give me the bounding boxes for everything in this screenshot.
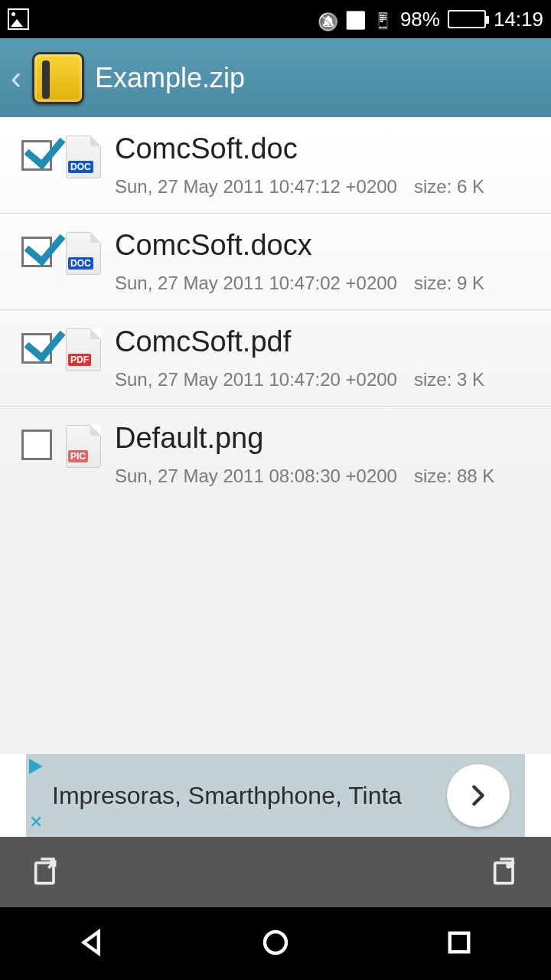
adchoices-icon[interactable] bbox=[29, 759, 44, 774]
chevron-right-icon bbox=[465, 782, 491, 808]
file-name: ComcSoft.doc bbox=[115, 132, 536, 165]
clock: 14:19 bbox=[494, 8, 543, 31]
nav-bar bbox=[0, 907, 551, 980]
nav-back-button[interactable] bbox=[76, 926, 108, 962]
file-badge: PIC bbox=[68, 450, 88, 462]
ad-banner[interactable]: ✕ Impresoras, Smarthphone, Tinta bbox=[26, 754, 525, 837]
square-recents-icon bbox=[443, 926, 475, 959]
screenshot-notification-icon bbox=[8, 8, 29, 30]
add-button[interactable] bbox=[490, 855, 520, 889]
file-row[interactable]: PDF ComcSoft.pdf Sun, 27 May 2011 10:47:… bbox=[0, 309, 551, 406]
mute-icon bbox=[318, 9, 337, 29]
file-date: Sun, 27 May 2011 08:08:30 +0200 bbox=[115, 466, 397, 487]
circle-home-icon bbox=[259, 926, 292, 959]
nav-recents-button[interactable] bbox=[443, 926, 475, 962]
extract-icon bbox=[31, 855, 61, 886]
status-bar: 98% 14:19 bbox=[0, 0, 551, 38]
ad-cta-button[interactable] bbox=[447, 764, 510, 827]
file-row[interactable]: DOC ComcSoft.doc Sun, 27 May 2011 10:47:… bbox=[0, 117, 551, 213]
checkbox[interactable] bbox=[21, 237, 52, 267]
triangle-back-icon bbox=[76, 926, 108, 959]
checkbox[interactable] bbox=[21, 140, 52, 171]
checkbox[interactable] bbox=[21, 430, 52, 460]
file-size: size: 3 K bbox=[414, 369, 484, 390]
app-icon[interactable] bbox=[32, 52, 84, 104]
file-list: DOC ComcSoft.doc Sun, 27 May 2011 10:47:… bbox=[0, 117, 551, 754]
ad-text: Impresoras, Smarthphone, Tinta bbox=[52, 782, 447, 810]
back-button[interactable]: ‹ bbox=[11, 60, 21, 96]
file-type-icon: DOC bbox=[66, 136, 101, 178]
app-title: Example.zip bbox=[95, 62, 245, 94]
file-badge: PDF bbox=[68, 354, 91, 366]
add-to-archive-icon bbox=[490, 855, 520, 886]
file-date: Sun, 27 May 2011 10:47:20 +0200 bbox=[115, 369, 397, 390]
svg-point-2 bbox=[265, 932, 286, 953]
battery-icon bbox=[448, 10, 486, 28]
file-name: Default.png bbox=[115, 422, 536, 455]
file-size: size: 9 K bbox=[414, 273, 484, 294]
file-row[interactable]: PIC Default.png Sun, 27 May 2011 08:08:3… bbox=[0, 406, 551, 502]
app-bar: ‹ Example.zip bbox=[0, 38, 551, 117]
file-type-icon: DOC bbox=[66, 232, 101, 275]
wifi-icon bbox=[345, 8, 366, 31]
ad-marker: ✕ bbox=[26, 754, 47, 837]
battery-percent: 98% bbox=[400, 8, 440, 31]
file-name: ComcSoft.docx bbox=[115, 229, 536, 262]
checkbox[interactable] bbox=[21, 333, 52, 364]
extract-button[interactable] bbox=[31, 855, 61, 889]
sim-icon bbox=[373, 8, 393, 31]
file-row[interactable]: DOC ComcSoft.docx Sun, 27 May 2011 10:47… bbox=[0, 213, 551, 309]
file-date: Sun, 27 May 2011 10:47:12 +0200 bbox=[115, 176, 397, 198]
file-date: Sun, 27 May 2011 10:47:02 +0200 bbox=[115, 273, 397, 294]
file-size: size: 6 K bbox=[414, 176, 484, 198]
svg-rect-3 bbox=[450, 933, 469, 952]
file-type-icon: PDF bbox=[66, 328, 101, 371]
action-bar bbox=[0, 837, 551, 907]
file-badge: DOC bbox=[68, 161, 93, 173]
nav-home-button[interactable] bbox=[259, 926, 292, 962]
file-name: ComcSoft.pdf bbox=[115, 325, 536, 358]
file-size: size: 88 K bbox=[414, 466, 494, 487]
file-badge: DOC bbox=[68, 257, 93, 270]
ad-close-icon[interactable]: ✕ bbox=[29, 812, 47, 832]
file-type-icon: PIC bbox=[66, 425, 101, 468]
